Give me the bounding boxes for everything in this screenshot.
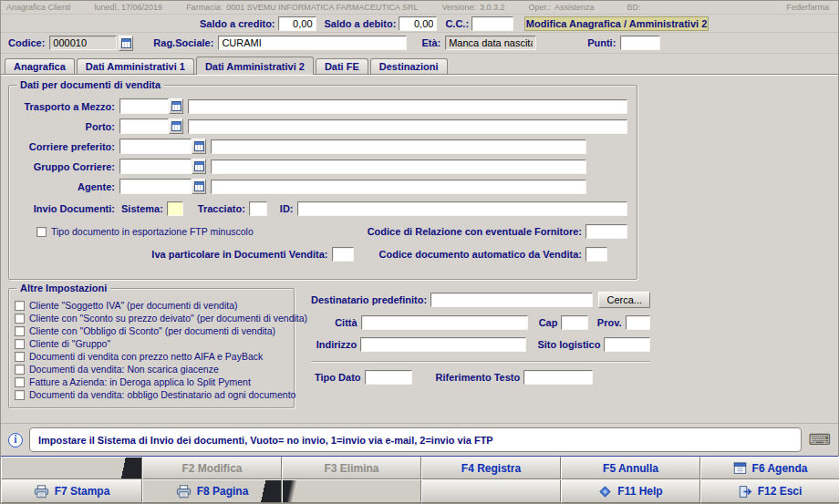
destinatario-predefinito-label: Destinatario predefinito: bbox=[311, 294, 427, 305]
codice-doc-automatico-input[interactable] bbox=[585, 247, 607, 262]
iva-particolare-input[interactable] bbox=[332, 247, 354, 262]
tab-destinazioni[interactable]: Destinazioni bbox=[370, 58, 448, 74]
checkbox-sconto-prezzo-deivato[interactable]: Cliente con "Sconto su prezzo deivato" (… bbox=[15, 313, 288, 324]
checkbox[interactable] bbox=[15, 339, 25, 349]
tab-content: Dati per documenti di vendita Trasporto … bbox=[1, 75, 838, 423]
codice-input[interactable] bbox=[49, 36, 117, 50]
corriere-preferito-input[interactable] bbox=[211, 139, 586, 154]
tracciato-input[interactable] bbox=[249, 201, 267, 216]
lookup-icon bbox=[171, 121, 181, 131]
f11-help-button[interactable]: F11 Help bbox=[561, 479, 700, 503]
checkbox[interactable] bbox=[15, 301, 25, 311]
ftp-minuscolo-checkbox[interactable] bbox=[36, 227, 47, 237]
function-keys-filler bbox=[282, 479, 421, 503]
function-keys-filler bbox=[421, 479, 561, 503]
f2-modifica-button[interactable]: F2 Modifica bbox=[142, 457, 282, 479]
f5-annulla-button[interactable]: F5 Annulla bbox=[561, 457, 700, 479]
info-icon: i bbox=[8, 433, 23, 447]
tipo-dato-input[interactable] bbox=[365, 370, 412, 385]
indirizzo-input[interactable] bbox=[360, 337, 526, 352]
agente-input[interactable] bbox=[211, 180, 586, 194]
checkbox[interactable] bbox=[15, 377, 25, 387]
gruppo-corriere-code-input[interactable] bbox=[119, 159, 192, 174]
codice-relazione-input[interactable] bbox=[585, 224, 627, 239]
tab-dati-amministrativi-1[interactable]: Dati Amministrativi 1 bbox=[77, 58, 194, 74]
lookup-icon bbox=[194, 181, 204, 191]
gruppo-corriere-combo bbox=[119, 159, 206, 174]
checkbox-soggetto-iva[interactable]: Cliente "Soggetto IVA" (per documenti di… bbox=[15, 300, 288, 311]
checkbox-prezzo-netto-aifa-payback[interactable]: Documenti di vendita con prezzo netto AI… bbox=[15, 351, 288, 362]
f4-registra-button[interactable]: F4 Registra bbox=[421, 457, 561, 479]
trasporto-a-mezzo-lookup-button[interactable] bbox=[169, 98, 183, 114]
eta-input[interactable] bbox=[445, 36, 536, 50]
checkbox-cliente-di-gruppo[interactable]: Cliente di "Gruppo" bbox=[15, 338, 288, 349]
checkbox[interactable] bbox=[15, 326, 25, 336]
cc-label: C.C.: bbox=[445, 18, 469, 29]
ftp-minuscolo-label: Tipo documento in esportazione FTP minus… bbox=[51, 226, 254, 237]
citta-input[interactable] bbox=[361, 315, 528, 330]
citta-cap-prov-row: Città Cap Prov. bbox=[311, 315, 650, 330]
sistema-input[interactable] bbox=[167, 201, 183, 216]
sito-logistico-input[interactable] bbox=[604, 337, 650, 352]
trasporto-a-mezzo-input[interactable] bbox=[188, 99, 627, 114]
agente-combo bbox=[119, 179, 206, 194]
f11-help-label: F11 Help bbox=[617, 485, 662, 498]
agente-lookup-button[interactable] bbox=[192, 179, 206, 194]
id-label: ID: bbox=[280, 203, 294, 214]
tipo-dato-row: Tipo Dato Riferimento Testo bbox=[311, 370, 650, 385]
f6-agenda-button[interactable]: F6 Agenda bbox=[700, 457, 839, 479]
printer-icon bbox=[176, 485, 192, 499]
punti-input[interactable] bbox=[620, 36, 660, 50]
destinatario-predefinito-input[interactable] bbox=[430, 293, 593, 307]
checkbox[interactable] bbox=[15, 314, 25, 324]
rag-sociale-input[interactable] bbox=[218, 36, 407, 50]
ftp-minuscolo-checkbox-row[interactable]: Tipo documento in esportazione FTP minus… bbox=[36, 226, 254, 237]
porto-code-input[interactable] bbox=[119, 118, 169, 134]
trasporto-a-mezzo-code-input[interactable] bbox=[119, 98, 169, 114]
checkbox-split-payment[interactable]: Fatture a Azienda: in Deroga applica lo … bbox=[15, 376, 288, 387]
porto-input[interactable] bbox=[188, 119, 627, 134]
cc-input[interactable] bbox=[471, 16, 513, 31]
keyboard-icon[interactable]: ⌨ bbox=[808, 432, 831, 447]
function-keys-row-2: F7 Stampa F8 Pagina F11 Help F12 Esci bbox=[1, 479, 838, 503]
porto-lookup-button[interactable] bbox=[169, 118, 183, 134]
f12-esci-button[interactable]: F12 Esci bbox=[700, 479, 839, 503]
tipo-dato-label: Tipo Dato bbox=[315, 372, 361, 383]
checkbox[interactable] bbox=[15, 390, 25, 400]
corriere-preferito-lookup-button[interactable] bbox=[192, 139, 206, 154]
corriere-preferito-code-input[interactable] bbox=[119, 139, 192, 154]
f3-elimina-button[interactable]: F3 Elimina bbox=[282, 457, 421, 479]
tab-dati-fe[interactable]: Dati FE bbox=[316, 58, 368, 74]
titlebar: Anagrafica Clienti lunedì, 17/06/2019 Fa… bbox=[1, 1, 838, 15]
cap-label: Cap bbox=[539, 317, 558, 328]
cap-input[interactable] bbox=[561, 315, 587, 330]
bottom-section: Altre Impostazioni Cliente "Soggetto IVA… bbox=[8, 288, 831, 408]
f8-pagina-button[interactable]: F8 Pagina bbox=[142, 479, 282, 503]
tab-dati-amministrativi-2[interactable]: Dati Amministrativi 2 bbox=[196, 57, 314, 75]
gruppo-corriere-row: Gruppo Corriere: bbox=[16, 159, 629, 174]
id-input[interactable] bbox=[297, 201, 628, 216]
checkbox[interactable] bbox=[15, 365, 25, 375]
checkbox-non-scarica-giacenze[interactable]: Documenti da vendita: Non scarica giacen… bbox=[15, 364, 288, 375]
porto-combo bbox=[119, 118, 183, 134]
help-icon bbox=[598, 485, 612, 499]
checkbox-label: Cliente con "Obbligo di Sconto" (per doc… bbox=[29, 325, 275, 336]
gruppo-corriere-lookup-button[interactable] bbox=[192, 159, 206, 174]
cerca-button[interactable]: Cerca... bbox=[598, 292, 650, 308]
checkbox[interactable] bbox=[15, 352, 25, 362]
rag-sociale-label: Rag.Sociale: bbox=[153, 37, 213, 48]
codice-lookup-button[interactable] bbox=[119, 36, 133, 51]
identity-bar: Codice: Rag.Sociale: Età: Punti: bbox=[1, 33, 838, 54]
gruppo-corriere-input[interactable] bbox=[211, 159, 586, 174]
tab-anagrafica[interactable]: Anagrafica bbox=[5, 58, 75, 74]
f7-stampa-button[interactable]: F7 Stampa bbox=[1, 479, 142, 503]
checkbox-obbligo-destinatario[interactable]: Documenti da vendita: obbligo Destinatar… bbox=[15, 389, 288, 400]
agente-code-input[interactable] bbox=[119, 179, 192, 194]
checkbox-obbligo-di-sconto[interactable]: Cliente con "Obbligo di Sconto" (per doc… bbox=[15, 325, 288, 336]
saldo-debito-input[interactable] bbox=[399, 16, 437, 31]
checkbox-label: Documenti di vendita con prezzo netto AI… bbox=[29, 351, 263, 362]
riferimento-testo-input[interactable] bbox=[523, 370, 593, 385]
gruppo-corriere-label: Gruppo Corriere: bbox=[16, 161, 115, 172]
prov-input[interactable] bbox=[626, 315, 650, 330]
saldo-credito-input[interactable] bbox=[278, 16, 316, 31]
